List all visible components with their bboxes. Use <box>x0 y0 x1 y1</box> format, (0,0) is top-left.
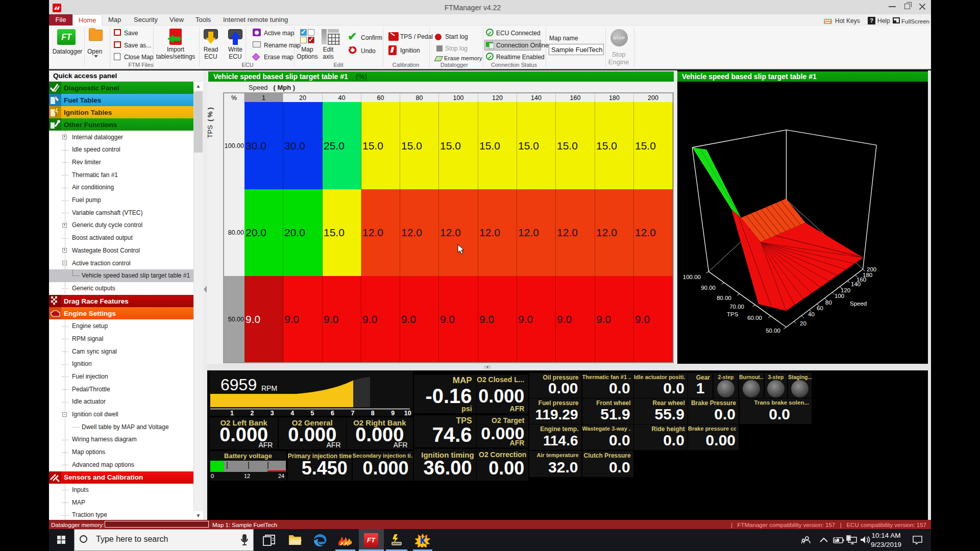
svg-text:20: 20 <box>800 320 806 327</box>
svg-text:80: 80 <box>825 299 832 306</box>
svg-text:40: 40 <box>808 311 815 317</box>
svg-text:100: 100 <box>835 293 844 299</box>
svg-text:100.00: 100.00 <box>683 274 701 280</box>
svg-text:60: 60 <box>817 305 823 311</box>
svg-text:50.00: 50.00 <box>766 328 780 334</box>
svg-text:120: 120 <box>841 287 850 293</box>
svg-text:200: 200 <box>867 266 876 272</box>
svg-text:90.00: 90.00 <box>701 285 716 291</box>
svg-text:180: 180 <box>863 272 872 278</box>
svg-text:60.00: 60.00 <box>747 315 762 321</box>
svg-text:Speed: Speed <box>850 300 867 307</box>
svg-text:70.00: 70.00 <box>729 304 744 310</box>
svg-text:80.00: 80.00 <box>717 295 731 301</box>
svg-text:TPS: TPS <box>727 311 739 317</box>
